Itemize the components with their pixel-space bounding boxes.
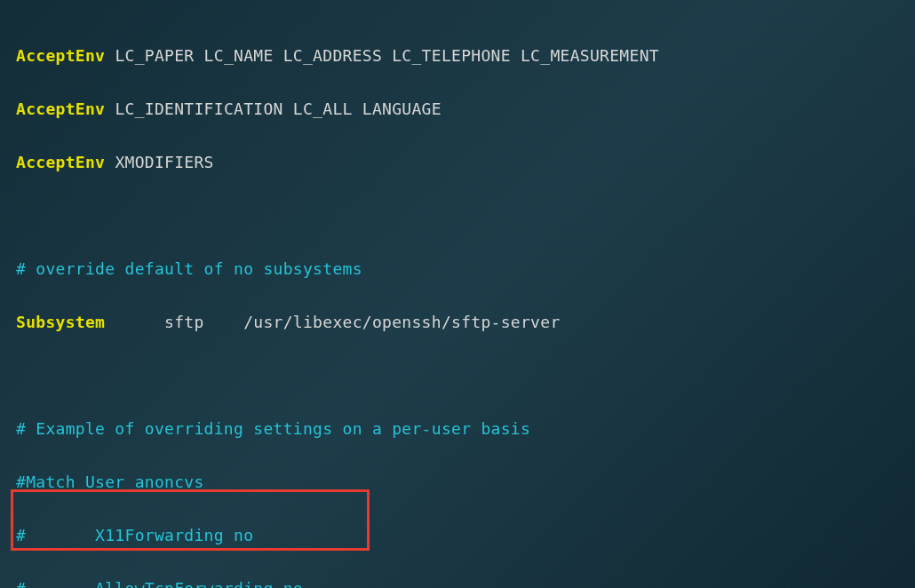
directive-value: LC_IDENTIFICATION LC_ALL LANGUAGE	[115, 99, 442, 118]
comment-text: # Example of overriding settings on a pe…	[16, 419, 530, 438]
blank-line	[16, 203, 901, 229]
directive-keyword: Subsystem	[16, 313, 105, 331]
comment-line: #Match User anoncvs	[16, 469, 901, 496]
config-line: AcceptEnv XMODIFIERS	[16, 149, 901, 176]
directive-value: sftp /usr/libexec/openssh/sftp-server	[105, 313, 560, 331]
comment-text: #Match User anoncvs	[16, 473, 204, 491]
config-line: AcceptEnv LC_IDENTIFICATION LC_ALL LANGU…	[16, 96, 901, 123]
comment-text: # override default of no subsystems	[16, 259, 362, 278]
config-line: AcceptEnv LC_PAPER LC_NAME LC_ADDRESS LC…	[16, 43, 901, 69]
comment-line: # AllowTcpForwarding no	[16, 576, 901, 588]
directive-value: LC_PAPER LC_NAME LC_ADDRESS LC_TELEPHONE…	[115, 46, 659, 65]
comment-line: # override default of no subsystems	[16, 256, 901, 282]
comment-text: # X11Forwarding no	[16, 526, 253, 544]
blank-line	[16, 362, 901, 389]
directive-keyword: AcceptEnv	[16, 46, 105, 65]
directive-keyword: AcceptEnv	[16, 99, 105, 118]
comment-line: # Example of overriding settings on a pe…	[16, 416, 901, 442]
comment-text: # AllowTcpForwarding no	[16, 579, 303, 588]
config-line: Subsystem sftp /usr/libexec/openssh/sftp…	[16, 309, 901, 336]
directive-value: XMODIFIERS	[115, 153, 213, 171]
comment-line: # X11Forwarding no	[16, 522, 901, 549]
terminal-editor[interactable]: AcceptEnv LC_PAPER LC_NAME LC_ADDRESS LC…	[0, 0, 915, 588]
directive-keyword: AcceptEnv	[16, 153, 105, 171]
